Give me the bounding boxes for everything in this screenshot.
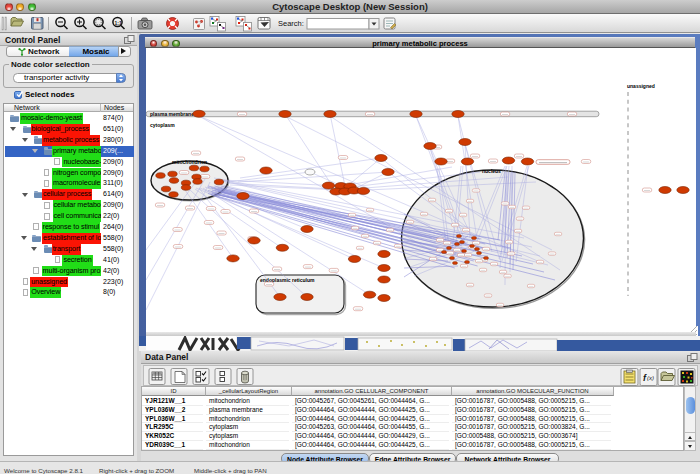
svg-text:1:1: 1:1 [115, 20, 122, 26]
svg-text:unassigned: unassigned [627, 83, 655, 89]
svg-text:(x): (x) [647, 375, 654, 381]
svg-text:nucleus: nucleus [482, 168, 501, 174]
svg-text:Search:: Search: [278, 19, 304, 28]
svg-text:cytoplasm: cytoplasm [150, 122, 175, 128]
svg-text:mitochondrion: mitochondrion [172, 159, 207, 165]
svg-text:plasma membrane: plasma membrane [150, 111, 194, 117]
